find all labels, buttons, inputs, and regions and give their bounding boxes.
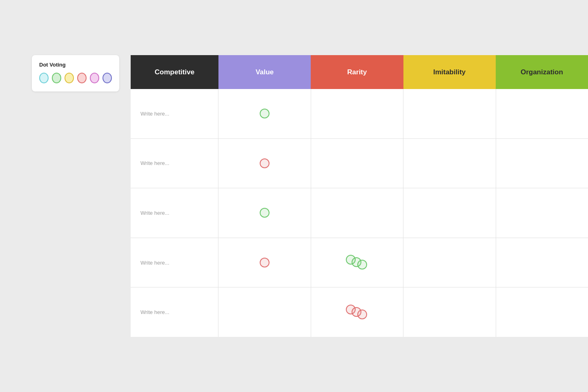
cell-text-5: Write here... [140,309,169,315]
table-row: Write here... [131,139,588,189]
cell-dot-green-3[interactable] [260,208,270,218]
table-row: Write here... [131,238,588,288]
table-body: Write here... Write here... [131,89,588,337]
cell-value-1 [218,89,311,138]
header-competitive: Competitive [131,55,218,89]
cell-rarity-1 [311,89,404,138]
cell-organization-4 [496,238,588,287]
cell-text-4: Write here... [140,260,169,266]
cell-rarity-3 [311,188,404,238]
main-table: Competitive Value Rarity Imitability Org… [131,55,588,337]
cell-imitability-5 [403,287,496,337]
dot-pink[interactable] [90,73,99,83]
cell-value-5 [218,287,311,337]
cell-value-3 [218,188,311,238]
cell-competitive-5[interactable]: Write here... [131,287,218,337]
cell-dot-red[interactable] [260,158,270,168]
dot-purple[interactable] [102,73,112,83]
cell-rarity-5 [311,287,404,337]
cell-competitive-1[interactable]: Write here... [131,89,218,138]
cell-dot-green[interactable] [260,109,270,118]
cell-value-4 [218,238,311,287]
cell-imitability-3 [403,188,496,238]
table-header: Competitive Value Rarity Imitability Org… [131,55,588,89]
table-row: Write here... [131,89,588,139]
dot-voting-title: Dot Voting [39,62,112,68]
dot-cyan[interactable] [39,73,49,83]
dot-voting-dots [39,73,112,83]
header-organization: Organization [496,55,588,89]
cell-imitability-4 [403,238,496,287]
cell-imitability-2 [403,139,496,188]
cell-competitive-2[interactable]: Write here... [131,139,218,188]
cell-organization-3 [496,188,588,238]
cell-organization-1 [496,89,588,138]
cell-imitability-1 [403,89,496,138]
dot-cluster-red[interactable] [346,305,368,320]
table-row: Write here... [131,287,588,337]
dot-yellow[interactable] [65,73,74,83]
cell-organization-5 [496,287,588,337]
dot-green[interactable] [52,73,61,83]
cell-rarity-2 [311,139,404,188]
cell-competitive-3[interactable]: Write here... [131,188,218,238]
cell-organization-2 [496,139,588,188]
header-rarity: Rarity [311,55,403,89]
dot-cluster-green[interactable] [346,255,368,270]
cell-value-2 [218,139,311,188]
header-imitability: Imitability [403,55,496,89]
cell-text-2: Write here... [140,160,169,166]
table-row: Write here... [131,188,588,238]
dot-voting-card: Dot Voting [32,55,119,91]
cell-text-1: Write here... [140,111,169,117]
cell-rarity-4 [311,238,404,287]
cell-text-3: Write here... [140,210,169,216]
header-value: Value [218,55,311,89]
dot-red[interactable] [77,73,87,83]
cell-dot-red-4[interactable] [260,258,270,267]
cell-competitive-4[interactable]: Write here... [131,238,218,287]
page-container: Dot Voting Competitive Value Rarity Imit… [0,0,588,392]
